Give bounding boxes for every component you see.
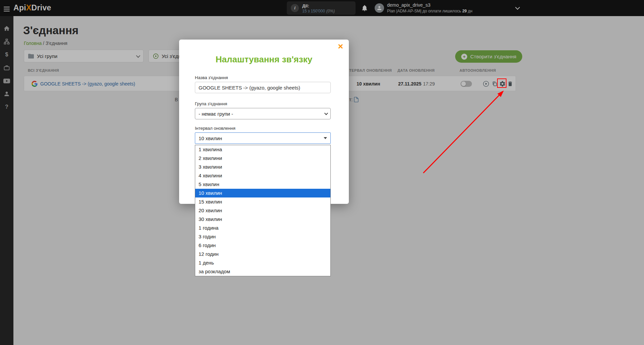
- interval-option[interactable]: 20 хвилин: [195, 206, 330, 215]
- chevron-down-icon: [324, 111, 328, 115]
- interval-option[interactable]: 12 годин: [195, 250, 330, 258]
- interval-option[interactable]: 1 день: [195, 258, 330, 267]
- interval-select[interactable]: 10 хвилин: [195, 132, 331, 144]
- interval-option[interactable]: 3 хвилини: [195, 163, 330, 171]
- interval-option[interactable]: 10 хвилин: [195, 189, 330, 197]
- close-icon[interactable]: ✕: [337, 43, 343, 50]
- select-arrow-icon: [324, 137, 327, 139]
- interval-option[interactable]: 6 годин: [195, 241, 330, 250]
- interval-option[interactable]: 5 хвилин: [195, 180, 330, 189]
- interval-option[interactable]: 1 година: [195, 224, 330, 232]
- interval-option[interactable]: 15 хвилин: [195, 197, 330, 206]
- connection-settings-modal: ✕ Налаштування зв'язку Назва з'єднання Г…: [179, 40, 349, 204]
- modal-title: Налаштування зв'язку: [179, 54, 349, 65]
- group-field-label: Група з'єднання: [195, 101, 227, 106]
- app-root: ApiXDrive i Дії: 15 з 150'000(0%) demo_a…: [0, 0, 644, 345]
- group-select-value: - немає групи -: [199, 111, 233, 117]
- interval-option[interactable]: 3 годин: [195, 232, 330, 241]
- interval-option[interactable]: 30 хвилин: [195, 215, 330, 224]
- group-select[interactable]: - немає групи -: [195, 108, 331, 119]
- interval-option[interactable]: 2 хвилини: [195, 154, 330, 163]
- interval-option[interactable]: 4 хвилини: [195, 171, 330, 180]
- interval-select-value: 10 хвилин: [199, 135, 222, 141]
- connection-name-input[interactable]: [195, 82, 331, 93]
- name-field-label: Назва з'єднання: [195, 75, 228, 80]
- interval-options: 1 хвилина2 хвилини3 хвилини4 хвилини5 хв…: [195, 145, 331, 276]
- interval-option[interactable]: 1 хвилина: [195, 145, 330, 154]
- interval-field-label: Інтервал оновлення: [195, 126, 235, 131]
- interval-option[interactable]: за розкладом: [195, 267, 330, 276]
